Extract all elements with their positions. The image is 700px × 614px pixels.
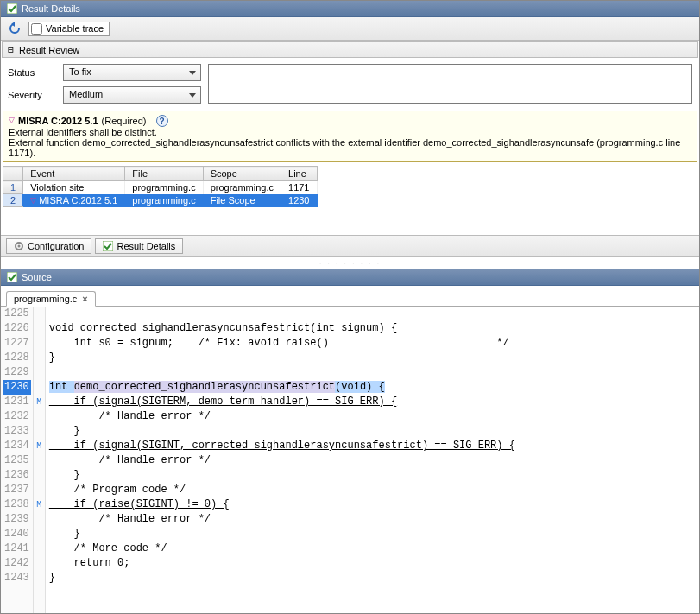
line-marker: M [34, 439, 45, 453]
line-number: 1235 [3, 453, 31, 468]
code-line[interactable]: /* Handle error */ [46, 409, 699, 424]
check-icon [6, 271, 18, 283]
line-number: 1230 [3, 380, 31, 395]
line-number: 1233 [3, 424, 31, 439]
line-marker [34, 468, 45, 483]
check-icon [6, 3, 18, 15]
line-number: 1234 [3, 439, 31, 453]
variable-trace-input[interactable] [31, 23, 42, 35]
line-marker [34, 336, 45, 351]
variable-trace-checkbox[interactable]: Variable trace [28, 22, 110, 36]
status-combo[interactable]: To fix [63, 64, 201, 81]
window-title: Result Details [22, 3, 80, 14]
line-number: 1243 [3, 571, 31, 586]
violation-required: (Required) [102, 116, 147, 126]
line-marker [34, 512, 45, 527]
code-line[interactable]: /* More code */ [46, 541, 699, 556]
violation-detail: External function demo_corrected_sighand… [9, 137, 691, 158]
source-title: Source [22, 272, 52, 282]
source-header: Source [1, 269, 699, 286]
marker-icon: ▽ [9, 116, 15, 124]
severity-combo[interactable]: Medium [63, 86, 201, 104]
variable-trace-label: Variable trace [46, 23, 104, 34]
comment-textarea[interactable] [208, 64, 692, 104]
line-number: 1228 [3, 351, 31, 365]
splitter-handle[interactable]: · · · · · · · · [1, 257, 699, 269]
line-marker [34, 321, 45, 336]
line-marker [34, 527, 45, 541]
code-area[interactable]: 1225122612271228122912301231123212331234… [1, 307, 699, 613]
svg-rect-3 [103, 241, 113, 251]
line-number: 1237 [3, 483, 31, 497]
code-line[interactable]: if (signal(SIGINT, corrected_sighandlera… [46, 439, 699, 453]
line-number: 1231 [3, 395, 31, 409]
line-marker [34, 453, 45, 468]
code-line[interactable]: return 0; [46, 556, 699, 571]
events-col-header[interactable]: File [125, 167, 203, 181]
code-line[interactable]: /* Handle error */ [46, 512, 699, 527]
refresh-button[interactable] [6, 20, 23, 37]
lower-tabs: Configuration Result Details [1, 235, 699, 257]
line-number: 1240 [3, 527, 31, 541]
code-line[interactable]: if (raise(SIGINT) != 0) { [46, 497, 699, 512]
line-number: 1238 [3, 497, 31, 512]
line-marker [34, 409, 45, 424]
code-line[interactable]: } [46, 527, 699, 541]
table-row[interactable]: 2▽ MISRA C:2012 5.1programming.cFile Sco… [3, 194, 318, 207]
line-marker [34, 556, 45, 571]
result-review-section-header[interactable]: ⊟ Result Review [2, 41, 698, 58]
events-col-header[interactable]: Scope [203, 167, 281, 181]
file-tab[interactable]: programming.c × [6, 291, 96, 307]
line-number: 1236 [3, 468, 31, 483]
file-tab-label: programming.c [14, 294, 77, 304]
code-line[interactable]: int s0 = signum; /* Fix: avoid raise() *… [46, 336, 699, 351]
code-line[interactable]: } [46, 351, 699, 365]
tab-configuration[interactable]: Configuration [6, 238, 91, 254]
svg-point-2 [18, 245, 21, 248]
code-line[interactable] [46, 307, 699, 321]
severity-label: Severity [8, 90, 56, 100]
code-line[interactable]: int demo_corrected_sighandlerasyncunsafe… [46, 380, 699, 395]
help-icon[interactable]: ? [156, 115, 168, 127]
code-line[interactable]: } [46, 468, 699, 483]
line-marker [34, 571, 45, 586]
line-number: 1225 [3, 307, 31, 321]
line-marker [34, 424, 45, 439]
status-label: Status [8, 67, 56, 78]
file-tab-row: programming.c × [1, 286, 699, 307]
svg-rect-4 [7, 272, 17, 282]
violation-rule: MISRA C:2012 5.1 [18, 116, 98, 126]
tab-result-details[interactable]: Result Details [95, 238, 183, 254]
tab-config-label: Configuration [28, 241, 84, 251]
line-number: 1229 [3, 365, 31, 380]
line-marker [34, 541, 45, 556]
code-line[interactable]: if (signal(SIGTERM, demo_term_handler) =… [46, 395, 699, 409]
violation-summary: External identifiers shall be distinct. [9, 127, 691, 137]
line-number: 1232 [3, 409, 31, 424]
events-table: EventFileScopeLine 1Violation siteprogra… [3, 166, 697, 207]
code-line[interactable]: void corrected_sighandlerasyncunsafestri… [46, 321, 699, 336]
collapse-icon[interactable]: ⊟ [6, 44, 16, 55]
tab-details-label: Result Details [117, 241, 175, 251]
events-col-header[interactable]: Event [23, 167, 125, 181]
result-review-body: Status To fix Severity Medium [1, 59, 699, 109]
code-line[interactable]: /* Handle error */ [46, 453, 699, 468]
line-number: 1242 [3, 556, 31, 571]
code-line[interactable]: } [46, 571, 699, 586]
line-marker: M [34, 395, 45, 409]
result-review-title: Result Review [19, 45, 79, 55]
table-row[interactable]: 1Violation siteprogramming.cprogramming.… [3, 181, 318, 194]
result-toolbar: Variable trace [1, 17, 699, 41]
line-marker [34, 483, 45, 497]
result-details-header: Result Details [1, 1, 699, 17]
events-col-header[interactable] [3, 167, 23, 181]
code-line[interactable]: } [46, 424, 699, 439]
line-marker [34, 380, 45, 395]
code-line[interactable] [46, 365, 699, 380]
svg-rect-0 [7, 3, 17, 14]
events-col-header[interactable]: Line [281, 167, 317, 181]
line-number: 1241 [3, 541, 31, 556]
line-marker [34, 351, 45, 365]
close-icon[interactable]: × [82, 294, 87, 304]
code-line[interactable]: /* Program code */ [46, 483, 699, 497]
